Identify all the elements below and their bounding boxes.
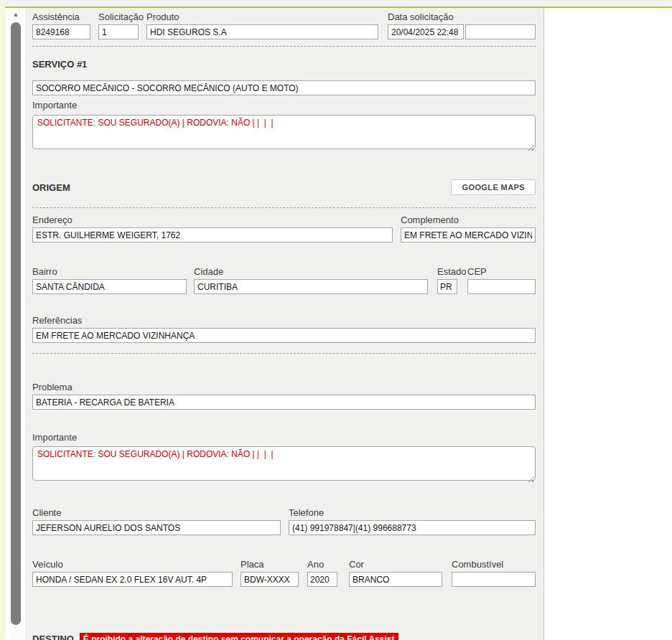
solicitacao-input[interactable] (98, 24, 139, 39)
combustivel-field-group: Combustível (452, 559, 536, 587)
complemento-field-group: Complemento (401, 215, 536, 243)
ano-label: Ano (307, 559, 337, 570)
origem-section-title: ORIGEM (32, 182, 70, 193)
data-solicitacao-field-group: Data solicitação (388, 11, 536, 39)
cor-label: Cor (349, 559, 442, 570)
estado-field-group: Estado (437, 266, 457, 294)
veiculo-label: Veículo (32, 559, 233, 570)
produto-label: Produto (146, 11, 378, 22)
complemento-label: Complemento (401, 215, 536, 225)
solicitacao-field-group: Solicitação (98, 11, 139, 39)
veiculo-input[interactable] (32, 572, 233, 587)
cliente-label: Cliente (32, 507, 281, 518)
telefone-label: Telefone (289, 507, 536, 518)
assistencia-input[interactable] (32, 24, 90, 39)
placa-field-group: Placa (241, 559, 299, 587)
problema-field-group: Problema (32, 382, 536, 410)
destino-warning-badge: É proibido a alteração de destino sem co… (80, 633, 398, 640)
servico-input[interactable] (32, 80, 536, 95)
produto-input[interactable] (146, 24, 378, 39)
combustivel-label: Combustível (452, 559, 536, 570)
assistencia-field-group: Assistência (32, 11, 90, 39)
solicitacao-label: Solicitação (98, 11, 139, 22)
page: ▲ Assistência Solicitação Produto Data s… (0, 0, 672, 640)
origem-importante-textarea[interactable]: SOLICITANTE: SOU SEGURADO(A) | RODOVIA: … (32, 446, 536, 481)
endereco-label: Endereço (32, 215, 393, 225)
servico-section-title: SERVIÇO #1 (32, 59, 536, 70)
left-edge-strip (0, 0, 5, 640)
divider-dashed (32, 353, 536, 354)
problema-label: Problema (32, 382, 536, 392)
origem-importante-wrap: SOLICITANTE: SOU SEGURADO(A) | RODOVIA: … (32, 446, 536, 484)
cidade-input[interactable] (194, 279, 428, 294)
scroll-up-arrow-icon[interactable]: ▲ (9, 9, 22, 20)
estado-input[interactable] (437, 279, 457, 294)
scrollbar-thumb[interactable] (11, 22, 21, 625)
cliente-input[interactable] (32, 520, 281, 535)
origem-header: ORIGEM GOOGLE MAPS (32, 179, 536, 195)
produto-field-group: Produto (146, 11, 378, 39)
endereco-row: Endereço Complemento (32, 215, 536, 243)
ano-input[interactable] (307, 572, 337, 587)
cep-input[interactable] (467, 279, 536, 294)
destino-header: DESTINO É proibido a alteração de destin… (32, 633, 536, 640)
bairro-field-group: Bairro (32, 266, 187, 294)
top-strip (0, 0, 672, 6)
combustivel-input[interactable] (452, 572, 536, 587)
cidade-field-group: Cidade (194, 266, 428, 294)
veiculo-field-group: Veículo (32, 559, 233, 587)
referencias-input[interactable] (32, 328, 536, 343)
divider-dashed (32, 46, 536, 47)
cliente-row: Cliente Telefone (32, 507, 536, 535)
form-panel: Assistência Solicitação Produto Data sol… (25, 8, 544, 640)
servico-importante-label: Importante (32, 100, 536, 110)
referencias-field-group: Referências (32, 315, 536, 343)
data-solicitacao-label: Data solicitação (388, 11, 536, 22)
estado-label: Estado (437, 266, 457, 277)
complemento-input[interactable] (401, 227, 536, 243)
bairro-input[interactable] (32, 279, 187, 294)
cor-field-group: Cor (349, 559, 442, 587)
vertical-scrollbar[interactable]: ▲ (9, 9, 22, 640)
referencias-label: Referências (32, 315, 536, 326)
telefone-field-group: Telefone (289, 507, 536, 535)
servico-importante-textarea[interactable]: SOLICITANTE: SOU SEGURADO(A) | RODOVIA: … (32, 115, 536, 149)
cidade-label: Cidade (194, 266, 428, 277)
cep-field-group: CEP (467, 266, 536, 294)
telefone-input[interactable] (289, 520, 536, 535)
bairro-row: Bairro Cidade Estado CEP (32, 266, 536, 294)
header-row: Assistência Solicitação Produto Data sol… (32, 11, 536, 39)
google-maps-button[interactable]: GOOGLE MAPS (451, 179, 536, 195)
bairro-label: Bairro (32, 266, 187, 277)
origem-importante-label: Importante (32, 432, 536, 443)
cliente-field-group: Cliente (32, 507, 281, 535)
endereco-input[interactable] (32, 227, 393, 243)
ano-field-group: Ano (307, 559, 337, 587)
problema-input[interactable] (32, 395, 536, 410)
endereco-field-group: Endereço (32, 215, 393, 243)
data-solicitacao-extra-input[interactable] (465, 24, 536, 39)
data-solicitacao-input[interactable] (388, 24, 464, 39)
placa-input[interactable] (241, 572, 299, 587)
divider-dashed (32, 207, 536, 208)
destino-section-title: DESTINO (32, 633, 74, 640)
cep-label: CEP (467, 266, 536, 277)
assistencia-label: Assistência (32, 11, 90, 22)
placa-label: Placa (241, 559, 299, 570)
veiculo-row: Veículo Placa Ano Cor Combustível (32, 559, 536, 587)
cor-input[interactable] (349, 572, 442, 587)
servico-importante-wrap: SOLICITANTE: SOU SEGURADO(A) | RODOVIA: … (32, 115, 536, 152)
